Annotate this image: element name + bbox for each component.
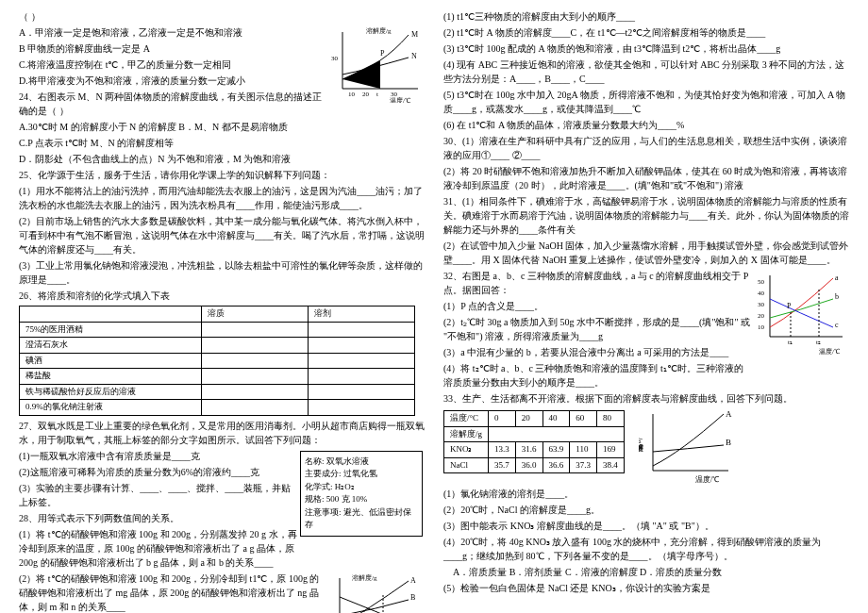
th-0: 0 (489, 411, 516, 427)
svg-text:20: 20 (758, 312, 765, 320)
c-nacl-80: 38.4 (597, 457, 625, 473)
svg-text:t₁: t₁ (788, 339, 793, 346)
r3: (3) t3℃时 100g 配成的 A 物质的饱和溶液，由 t3℃降温到 t2℃… (443, 41, 849, 56)
c-kno3-60: 110 (570, 442, 597, 458)
svg-text:c: c (835, 321, 839, 329)
label-spec: 规格: 500 克 10% (305, 493, 418, 506)
q31: 31、(1）相同条件下，碘难溶于水，高锰酸钾易溶于水，说明固体物质的溶解能力与溶… (443, 194, 849, 237)
q24c: C.P 点表示 t℃时 M、N 的溶解度相等 (19, 136, 326, 150)
opt-c: C.将溶液温度控制在 t℃，甲乙的质量分数一定相同 (19, 58, 326, 72)
q33: 33、生产、生活都离不开溶液。根据下面的溶解度表与溶解度曲线，回答下列问题。 (443, 391, 849, 406)
r4: (4) 现有 ABC 三种接近饱和的溶液，欲使其全饱和，可以针对 ABC 分别采… (443, 58, 849, 86)
q32-2: (2）t₂℃时 30g a 物质加入到 50g 水中不断搅拌，形成的是____(… (443, 315, 751, 343)
solubility-graph-4: A B 溶解度/g 温度/℃ (639, 409, 733, 485)
th-40: 40 (542, 411, 570, 427)
r2: (2) t1℃时 A 物质的溶解度____C，在 t1℃—t2℃之间溶解度相等的… (443, 25, 849, 40)
q28-1: (1）将 t℃的硝酸钾饱和溶液 100g 和 200g，分别蒸发掉 20 g 水… (19, 527, 298, 570)
q24d: D．阴影处（不包含曲线上的点）N 为不饱和溶液，M 为饱和溶液 (19, 152, 326, 166)
solute-solvent-table: 溶质溶剂 75%的医用酒精 澄清石灰水 碘酒 稀盐酸 铁与稀硫酸恰好反应后的溶液… (19, 306, 415, 416)
q-paren: （ ） (19, 9, 425, 24)
c-nacl-0: 35.7 (489, 457, 516, 473)
q30: 30、(1）溶液在生产和科研中具有广泛的应用，与人们的生活息息相关，联想生活中实… (443, 134, 849, 162)
row-alcohol: 75%的医用酒精 (20, 322, 202, 338)
solubility-graph-3: a b c P 10 20 30 40 50 t₁ t₂ 温度/℃ (753, 271, 847, 346)
svg-text:N: N (411, 52, 417, 60)
row-hcl: 稀盐酸 (20, 369, 202, 385)
c-kno3-40: 63.9 (542, 442, 570, 458)
svg-text:A: A (726, 409, 732, 419)
opt-a: A．甲溶液一定是饱和溶液，乙溶液一定是不饱和溶液 (19, 25, 326, 40)
row-nacl: NaCl (444, 457, 489, 473)
q27-1: (1)一瓶双氧水溶液中含有溶质质量是____克 (19, 449, 298, 463)
q26: 26、将溶质和溶剂的化学式填入下表 (19, 289, 425, 303)
row-saline: 0.9%的氯化钠注射液 (20, 400, 202, 416)
svg-text:P: P (787, 302, 792, 310)
svg-text:温度/℃: 温度/℃ (695, 475, 719, 484)
q30-2: (2）将 20 时硝酸钾不饱和溶液加热升不断加入硝酸钾晶体，使其在 60 时成为… (443, 164, 849, 192)
c-nacl-20: 36.0 (515, 457, 542, 473)
svg-text:30: 30 (758, 301, 765, 308)
q27: 27、双氧水既是工业上重要的绿色氧化剂，又是常用的医用消毒剂。小明从超市商店购得… (19, 419, 425, 447)
r6: (6) 在 t1℃和 A 物质的晶体，溶液质量分数最大约为____% (443, 118, 849, 132)
svg-text:溶解度/g: 溶解度/g (366, 27, 392, 35)
label-name: 名称: 双氧水溶液 (305, 456, 418, 469)
worksheet-page: （ ） A．甲溶液一定是饱和溶液，乙溶液一定是不饱和溶液 B 甲物质的溶解度曲线… (0, 0, 868, 613)
r1: (1) t1℃三种物质的溶解度由大到小的顺序____ (443, 9, 849, 24)
q28: 28、用等式表示下列两数值间的关系。 (19, 511, 298, 525)
svg-text:40: 40 (758, 290, 765, 297)
q25-1: (1）用水不能将沾上的油污洗掉，而用汽油却能洗去衣服上的油污，这是因为汽油___… (19, 184, 425, 212)
th-temp: 温度/°C (444, 411, 489, 427)
q24a: A.30℃时 M 的溶解度小于 N 的溶解度 B．M、N 都不是易溶物质 (19, 120, 326, 134)
svg-text:30: 30 (331, 55, 339, 62)
q25-2: (2）目前市场上销售的汽水大多数是碳酸饮料，其中某一成分能与氧化碳气体。将汽水倒… (19, 214, 425, 257)
label-note: 注意事项: 避光、低温密封保存 (305, 506, 418, 532)
q27-2: (2)这瓶溶液可稀释为溶质的质量分数为6%的溶液约____克 (19, 465, 298, 479)
svg-text:50: 50 (758, 278, 765, 286)
c-nacl-60: 37.3 (570, 457, 597, 473)
th-20: 20 (515, 411, 542, 427)
solubility-data-table: 温度/°C020406080 溶解度/g KNO₃13.331.663.9110… (443, 410, 625, 473)
row-iron: 铁与稀硫酸恰好反应后的溶液 (20, 384, 202, 400)
solubility-graph-1: M N P 30 10 20 t 30 溶解度/g 温度/℃ (328, 27, 423, 103)
q25-3: (3）工业上常用氯化钠饱和溶液浸泡，冲洗粗盐，以除去粗盐中可溶性的氯化钾等杂质，… (19, 258, 425, 287)
th-solute: 溶质 (202, 306, 309, 323)
th-60: 60 (570, 411, 597, 427)
opt-d: D.将甲溶液变为不饱和溶液，溶液的质量分数一定减小 (19, 74, 326, 88)
q32-3: (3）a 中混有少量的 b，若要从混合液中分离出 a 可采用的方法是____ (443, 345, 751, 359)
svg-text:温度/℃: 温度/℃ (390, 97, 411, 103)
opt-b: B 甲物质的溶解度曲线一定是 A (19, 41, 326, 56)
svg-text:t: t (376, 91, 378, 98)
row-kno3: KNO₃ (444, 442, 489, 458)
svg-text:a: a (835, 273, 839, 282)
q32-4: (4）将 t₂℃时 a、b、c 三种物质饱和溶液的温度降到 t₁℃时。三种溶液的… (443, 361, 751, 389)
th-solvent: 溶剂 (309, 306, 415, 323)
q25: 25、化学源于生活，服务于生活，请你用化学课上学的知识解释下列问题： (19, 168, 425, 182)
svg-text:溶解度/g: 溶解度/g (639, 438, 643, 452)
th-80: 80 (597, 411, 625, 427)
q33-5: (5）检验一包白色固体是 NaCl 还是 KNO₃，你设计的实验方案是 (443, 581, 849, 595)
svg-text:M: M (411, 30, 418, 39)
svg-text:溶解度/g: 溶解度/g (352, 574, 377, 582)
q32-1: (1）P 点的含义是____。 (443, 299, 751, 313)
q28-2: (2）将 t℃的硝酸钾饱和溶液 100g 和 200g，分别冷却到 t1℃，原 … (19, 572, 326, 614)
left-column: （ ） A．甲溶液一定是饱和溶液，乙溶液一定是不饱和溶液 B 甲物质的溶解度曲线… (19, 9, 425, 613)
svg-text:20: 20 (362, 91, 370, 98)
q31-2: (2）在试管中加入少量 NaOH 固体，加入少量蒸馏水溶解，用手触摸试管外壁，你… (443, 239, 849, 267)
right-column: (1) t1℃三种物质的溶解度由大到小的顺序____ (2) t1℃时 A 物质… (443, 9, 849, 613)
c-kno3-80: 169 (597, 442, 625, 458)
q24: 24、右图表示 M、N 两种固体物质的溶解度曲线，有关图示信息的描述正确的是（ … (19, 90, 326, 118)
svg-text:温度/℃: 温度/℃ (819, 348, 841, 356)
svg-text:B: B (410, 593, 415, 602)
q33-4: (4）20℃时，将 40g KNO₃ 放入盛有 100g 水的烧杯中，充分溶解，… (443, 535, 849, 563)
row-iodine: 碘酒 (20, 353, 202, 369)
c-nacl-40: 36.6 (542, 457, 570, 473)
svg-text:10: 10 (348, 91, 356, 98)
label-ingredient: 主要成分: 过氧化氢 (305, 468, 418, 481)
label-formula: 化学式: H₂O₂ (305, 481, 418, 494)
svg-text:B: B (726, 438, 731, 447)
svg-text:b: b (835, 292, 839, 301)
q33-2: (2）20℃时，NaCl 的溶解度是____g。 (443, 503, 849, 517)
peroxide-label-box: 名称: 双氧水溶液 主要成分: 过氧化氢 化学式: H₂O₂ 规格: 500 克… (300, 451, 423, 537)
th-sol: 溶解度/g (444, 426, 489, 442)
svg-text:P: P (380, 49, 385, 58)
